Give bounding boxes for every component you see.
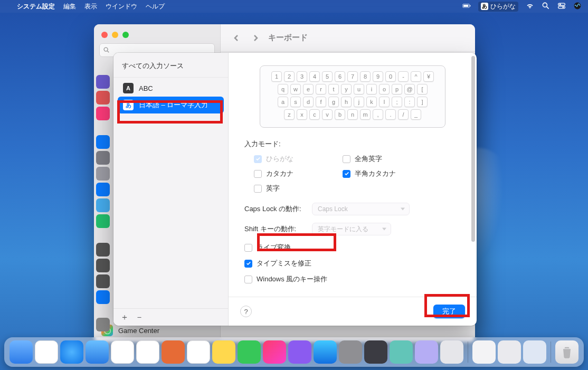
key-o: o [379, 84, 390, 94]
dock-app-icon-teal[interactable] [390, 340, 413, 364]
back-button[interactable] [230, 32, 243, 44]
dock-calendar-icon[interactable] [111, 340, 134, 364]
search-icon [103, 46, 110, 54]
dock-finder-icon[interactable] [10, 340, 33, 364]
dock-trash-icon[interactable] [555, 340, 578, 364]
input-mode-3[interactable]: 半角カタカナ [343, 169, 427, 178]
key-f: f [316, 97, 326, 107]
svg-rect-5 [558, 3, 565, 5]
menu-edit[interactable]: 編集 [63, 2, 76, 11]
input-mode-2[interactable]: カタカナ [254, 169, 328, 178]
dock-notes-icon[interactable] [212, 340, 235, 364]
dock-recent-3[interactable] [523, 340, 546, 364]
checkbox-icon [244, 260, 252, 268]
key-@: @ [404, 84, 415, 94]
dock-launchpad-icon[interactable] [35, 340, 58, 364]
input-sources-list-pane: すべての入力ソース A ABC あ 日本語 – ローマ字入力 ＋ － [113, 53, 229, 326]
dock-app-icon-grey[interactable] [440, 340, 463, 364]
shift-key-select[interactable]: 英字モードに入る [312, 223, 391, 235]
svg-point-10 [104, 48, 108, 51]
dock-podcasts-icon[interactable] [288, 340, 311, 364]
toggles-list: ライブ変換タイプミスを修正Windows 風のキー操作 [244, 243, 461, 284]
close-button[interactable] [101, 32, 108, 38]
input-source-list: A ABC あ 日本語 – ローマ字入力 [113, 78, 228, 308]
peeking-sidebar-icons [96, 75, 112, 331]
dock-facetime-icon[interactable] [238, 340, 261, 364]
input-source-japanese-romaji[interactable]: あ 日本語 – ローマ字入力 [118, 97, 224, 113]
key-z: z [284, 109, 295, 120]
toggle-2[interactable]: Windows 風のキー操作 [244, 274, 461, 284]
zoom-button[interactable] [122, 32, 129, 38]
app-name[interactable]: システム設定 [17, 2, 55, 11]
key-,: , [373, 109, 383, 120]
spotlight-icon[interactable] [542, 2, 550, 12]
key-m: m [360, 109, 371, 120]
dock-safari-icon[interactable] [60, 340, 83, 364]
svg-line-11 [107, 51, 109, 52]
checkbox-icon [254, 170, 262, 178]
menu-window[interactable]: ウインドウ [106, 2, 137, 11]
control-center-icon[interactable] [557, 2, 566, 12]
shift-key-label: Shift キーの動作: [244, 224, 307, 234]
key-h: h [341, 97, 352, 107]
key-8: 8 [360, 71, 371, 82]
dock-reminders-icon[interactable] [187, 340, 210, 364]
key-1: 1 [271, 71, 282, 82]
dock-recent-2[interactable] [498, 340, 521, 364]
menu-help[interactable]: ヘルプ [146, 2, 165, 11]
key-p: p [392, 84, 402, 94]
dock-app-icon-lilac[interactable] [415, 340, 438, 364]
checkbox-icon [343, 170, 350, 178]
menu-view[interactable]: 表示 [84, 2, 97, 11]
key-0: 0 [385, 71, 396, 82]
checkbox-icon [343, 155, 350, 163]
key-9: 9 [373, 71, 383, 82]
input-menu[interactable]: あ ひらがな [478, 2, 518, 12]
key-k: k [366, 97, 377, 107]
checkbox-icon [244, 244, 252, 252]
svg-rect-2 [470, 5, 470, 6]
sheet-title: すべての入力ソース [113, 53, 228, 78]
window-controls[interactable] [94, 24, 220, 43]
help-button[interactable]: ? [240, 306, 252, 317]
toggle-0[interactable]: ライブ変換 [244, 243, 461, 252]
caps-lock-select[interactable]: Caps Lock [312, 203, 410, 215]
key-]: ] [417, 97, 428, 107]
dock-recent-1[interactable] [472, 340, 496, 364]
abc-glyph-icon: A [123, 83, 134, 93]
dock-photos-icon[interactable] [136, 340, 159, 364]
input-source-abc[interactable]: A ABC [118, 80, 224, 97]
key-j: j [354, 97, 364, 107]
key--: - [398, 71, 409, 82]
done-button[interactable]: 完了 [433, 305, 465, 318]
key-;: ; [392, 97, 402, 107]
scroll-track[interactable] [471, 56, 475, 294]
dock-appstore-icon[interactable] [314, 340, 337, 364]
key-5: 5 [322, 71, 333, 82]
dock-music-icon[interactable] [263, 340, 286, 364]
svg-point-3 [543, 3, 547, 7]
dock [4, 337, 584, 367]
siri-icon[interactable] [573, 2, 582, 12]
page-title: キーボード [268, 33, 308, 43]
dock-mail-icon[interactable] [86, 340, 109, 364]
input-sources-sheet: すべての入力ソース A ABC あ 日本語 – ローマ字入力 ＋ － 12345… [113, 53, 477, 326]
key-:: : [404, 97, 415, 107]
minimize-button[interactable] [112, 32, 118, 38]
input-mode-1[interactable]: 全角英字 [343, 154, 427, 164]
wifi-icon[interactable] [526, 2, 534, 12]
input-mode-4[interactable]: 英字 [254, 184, 328, 193]
svg-rect-1 [463, 5, 468, 7]
add-source-button[interactable]: ＋ [118, 311, 131, 324]
forward-button[interactable] [249, 32, 262, 44]
scroll-thumb[interactable] [471, 56, 475, 242]
toggle-1[interactable]: タイプミスを修正 [244, 259, 461, 268]
dock-terminal-icon[interactable] [364, 340, 387, 364]
remove-source-button[interactable]: － [132, 311, 146, 324]
checkbox-icon [254, 185, 262, 193]
key-/: / [398, 109, 409, 120]
key-¥: ¥ [423, 71, 434, 82]
dock-app-icon-orange[interactable] [162, 340, 185, 364]
battery-icon[interactable] [462, 2, 471, 12]
dock-system-settings-icon[interactable] [339, 340, 362, 364]
